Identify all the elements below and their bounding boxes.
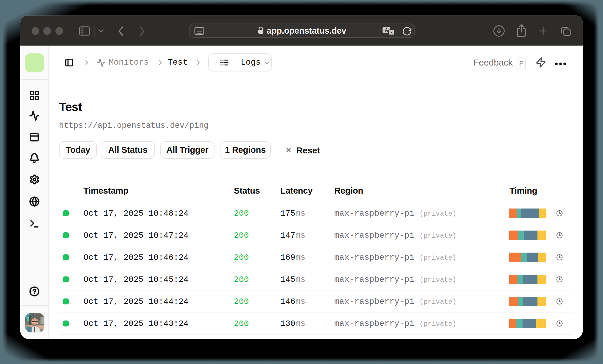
svg-text:A: A — [385, 28, 388, 33]
svg-text:x: x — [391, 30, 393, 35]
